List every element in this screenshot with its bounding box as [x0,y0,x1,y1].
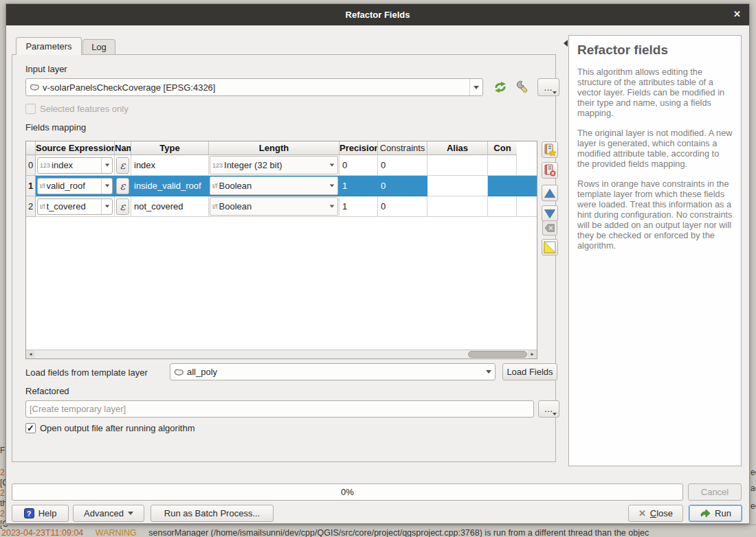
combo-arrow[interactable] [326,163,337,167]
combo-arrow[interactable] [326,205,337,208]
alias-cell[interactable] [488,155,517,176]
input-layer-label: Input layer [25,64,67,74]
expression-builder-button[interactable]: ε [116,198,129,215]
precision-cell[interactable]: 0 [378,176,427,196]
column-header[interactable]: Alias [427,141,488,155]
title-bar[interactable]: Refactor Fields ✕ [6,4,749,25]
comment-cell[interactable] [517,176,537,196]
horizontal-scrollbar[interactable]: ◂ ▸ [26,350,537,358]
cancel-label: Cancel [701,487,729,497]
field-type-badge: 123 [40,162,50,169]
load-fields-button[interactable]: Load Fields [502,363,557,380]
input-layer-combobox[interactable]: v-solarPanelsCheckCoverage [EPSG:4326] [25,78,483,96]
combo-arrow[interactable] [101,158,112,173]
combo-arrow[interactable] [101,179,112,194]
constraints-cell[interactable] [427,155,488,176]
run-label: Run [715,508,731,518]
tab-log[interactable]: Log [82,39,115,55]
combo-arrow[interactable] [469,79,482,95]
row-number[interactable]: 0 [26,155,36,176]
length-cell[interactable]: 1 [340,176,378,196]
scroll-right-arrow[interactable]: ▸ [528,350,537,358]
length-cell[interactable]: 0 [340,155,378,176]
comment-cell[interactable] [517,196,537,217]
iterate-over-layer-button[interactable] [491,79,509,95]
refactored-output-input[interactable]: [Create temporary layer] [25,400,534,418]
help-button[interactable]: ? Help [12,505,69,522]
combo-arrow[interactable] [326,184,337,187]
column-header[interactable] [26,141,36,155]
source-expression-cell[interactable]: t/f t_covered [36,196,115,217]
batch-label: Run as Batch Process... [164,508,260,518]
field-mapping-row[interactable]: 0 123 index ε index 123 Integer (32 bit)… [26,155,537,176]
type-cell[interactable]: t/f Boolean [209,196,340,217]
source-expression-cell[interactable]: 123 index [36,155,115,176]
advanced-dropdown-arrow [128,512,133,515]
precision-cell[interactable]: 0 [378,196,427,217]
expression-builder-button[interactable]: ε [116,157,129,174]
advanced-options-button[interactable] [515,78,533,96]
open-output-checkbox-row[interactable]: ✓ Open output file after running algorit… [25,423,194,433]
combo-arrow[interactable] [482,364,495,380]
name-cell[interactable]: not_covered [131,196,209,217]
window-close-icon[interactable]: ✕ [733,8,741,21]
field-mapping-row[interactable]: 1 t/f valid_roof ε inside_valid_roof t/f… [26,176,537,196]
input-layer-browse-button[interactable]: … [537,78,559,96]
alias-cell[interactable] [488,196,517,217]
tab-parameters[interactable]: Parameters [16,37,82,55]
expression-builder-cell[interactable]: ε [115,176,131,196]
move-field-down-button[interactable] [542,205,558,222]
run-as-batch-button[interactable]: Run as Batch Process... [151,505,274,522]
row-number[interactable]: 2 [26,196,36,217]
move-field-up-button[interactable] [542,185,558,201]
background-log-fragment: 2 [0,468,5,477]
column-header[interactable]: Name [115,141,131,155]
field-mapping-row[interactable]: 2 t/f t_covered ε not_covered t/f Boolea… [26,196,537,217]
template-layer-combobox[interactable]: all_poly [170,363,496,380]
comment-cell[interactable] [517,155,537,176]
help-icon: ? [24,508,34,518]
scrollbar-thumb[interactable] [468,351,527,358]
open-output-checkbox[interactable]: ✓ [25,423,36,433]
refactored-browse-button[interactable]: … [538,400,559,418]
collapse-help-panel-arrow[interactable] [564,40,568,47]
length-cell[interactable]: 1 [340,196,378,217]
name-cell[interactable]: inside_valid_roof [131,176,209,196]
column-header[interactable]: Length [209,141,340,155]
advanced-button[interactable]: Advanced [73,505,144,522]
column-header[interactable]: Precision [340,141,378,155]
fields-mapping-table[interactable]: Source ExpressionNameTypeLengthPrecision… [25,141,537,359]
column-header[interactable]: Con [488,141,517,155]
row-number[interactable]: 1 [26,176,36,196]
combo-arrow[interactable] [101,199,112,214]
remove-field-button[interactable] [542,162,558,179]
selected-features-checkbox-row[interactable]: Selected features only [25,104,129,114]
add-field-icon [544,144,556,156]
run-button[interactable]: Run [689,505,742,522]
precision-cell[interactable]: 0 [378,155,427,176]
selected-features-checkbox[interactable] [25,104,36,114]
close-button[interactable]: ✕ Close [628,505,683,522]
name-cell[interactable]: index [131,155,209,176]
browse-dropdown-arrow [553,413,557,415]
expression-builder-button[interactable]: ε [116,178,129,194]
add-field-button[interactable] [542,141,558,158]
clear-icon [544,223,555,233]
background-log-fragment: ec [751,468,756,477]
alias-cell[interactable] [488,176,517,196]
constraints-cell[interactable] [427,196,488,217]
column-header[interactable]: Constraints [378,141,427,155]
type-cell[interactable]: 123 Integer (32 bit) [209,155,340,176]
cancel-button[interactable]: Cancel [688,483,742,501]
column-header[interactable]: Source Expression [36,141,115,155]
constraints-cell[interactable] [427,176,488,196]
clear-fields-button[interactable] [542,220,557,236]
source-expression-cell[interactable]: t/f valid_roof [36,176,115,196]
expression-builder-cell[interactable]: ε [115,155,131,176]
column-header[interactable]: Type [131,141,209,155]
type-cell[interactable]: t/f Boolean [209,176,340,196]
scroll-left-arrow[interactable]: ◂ [26,350,35,358]
close-label: Close [650,508,673,518]
invert-selection-button[interactable] [542,239,558,255]
expression-builder-cell[interactable]: ε [115,196,131,217]
